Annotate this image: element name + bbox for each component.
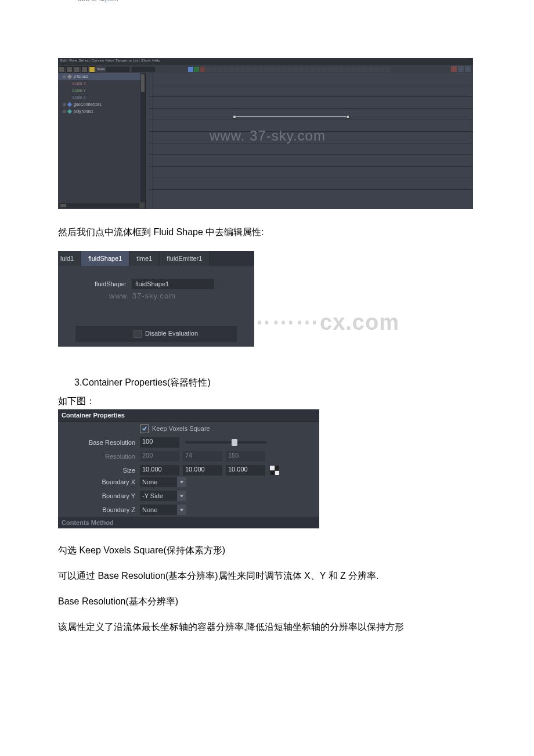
- outliner-item: ⊞ geoConnector1: [58, 101, 145, 108]
- boundary-y-dropdown: -Y Side: [140, 491, 186, 501]
- toolbar-btn-icon: [368, 67, 373, 72]
- field-label: Boundary Y: [63, 492, 140, 499]
- field-label: Boundary X: [63, 478, 140, 485]
- outliner-item: ⊞ polyTorus1: [58, 108, 145, 115]
- field-value: fluidShape1: [132, 279, 214, 289]
- body-text: 勾选 Keep Voxels Square(保持体素方形): [58, 543, 476, 557]
- toolbar-btn-icon: [293, 67, 298, 72]
- toolbar-right: [450, 66, 471, 72]
- toolbar-btn-icon: [322, 67, 327, 72]
- container-properties-panel: Container Properties Keep Voxels Square …: [58, 409, 319, 528]
- toolbar-btn-icon: [356, 67, 362, 72]
- toolbar-btn-icon: [217, 67, 222, 72]
- size-x-input: 10.000: [140, 465, 179, 476]
- toolbar-btn-icon: [458, 66, 464, 72]
- toolbar-btn-icon: [264, 67, 269, 72]
- toolbar-btn-icon: [205, 67, 211, 72]
- channel-item: Scale X: [58, 80, 145, 87]
- toolbar-btn-icon: [223, 67, 228, 72]
- watermark-text-fragment: cx.com: [320, 310, 399, 334]
- toolbar-btn-icon: [200, 67, 205, 72]
- body-text: 可以通过 Base Resolution(基本分辨率)属性来同时调节流体 X、Y…: [58, 569, 476, 583]
- stats-field-2: [132, 67, 155, 72]
- channel-item: Scale Y: [58, 87, 145, 94]
- gridline: [149, 96, 473, 97]
- slider-knob-icon: [232, 439, 237, 446]
- body-text: 如下图：: [58, 394, 476, 408]
- toolbar-btn-icon: [287, 67, 292, 72]
- boundary-y-row: Boundary Y -Y Side: [58, 489, 319, 503]
- field-label: Base Resolution: [63, 439, 140, 446]
- record-icon: [451, 66, 457, 72]
- svg-marker-0: [180, 481, 183, 483]
- gridline: [149, 178, 473, 178]
- page-watermark: ⋯⋯⋯cx.com: [248, 309, 399, 335]
- toolbar-btn-icon: [374, 67, 379, 72]
- toolbar-btn-icon: [211, 67, 217, 72]
- section-title: 3.Container Properties(容器特性): [58, 376, 476, 390]
- watermark-text: www. 37-sky.com: [210, 128, 326, 144]
- toolbar-btn-icon: [240, 67, 246, 72]
- node-label: polyTorus1: [74, 109, 93, 114]
- dropdown-value: -Y Side: [142, 492, 163, 499]
- dropdown-value: None: [142, 506, 157, 513]
- field-label: Boundary Z: [63, 506, 140, 513]
- base-resolution-input: 100: [140, 437, 179, 448]
- toolbar-btn-icon: [229, 67, 234, 72]
- toolbar-btn-icon: [362, 67, 367, 72]
- toolbar-btn-icon: [194, 67, 199, 72]
- toolbar-icon: [66, 66, 73, 73]
- menu-bar: Edit View Select Curves Keys Tangents Li…: [58, 58, 473, 65]
- checkbox-label: Keep Voxels Square: [152, 425, 210, 432]
- toolbar-btn-icon: [380, 67, 385, 72]
- toolbar-btn-icon: [298, 67, 304, 72]
- base-resolution-row: Base Resolution 100: [58, 435, 319, 449]
- svg-marker-1: [180, 495, 183, 497]
- stats-label: Stats: [97, 67, 105, 71]
- toolbar-btn-icon: [246, 67, 251, 72]
- base-resolution-slider: [185, 441, 266, 444]
- gridline: [149, 166, 473, 167]
- toolbar-btn-icon: [188, 67, 193, 72]
- y-axis: [153, 73, 153, 209]
- svg-marker-2: [180, 509, 183, 511]
- watermark-text: www. 37-sky.com: [78, 0, 118, 2]
- disable-evaluation-checkbox: [134, 330, 142, 338]
- toolbar-btn-icon: [258, 67, 263, 72]
- attribute-editor-screenshot: luid1 fluidShape1 time1 fluidEmitter1 fl…: [58, 251, 254, 347]
- resolution-row: Resolution 200 74 155: [58, 449, 319, 463]
- gridline: [149, 154, 473, 155]
- graph-view: www. 37-sky.com: [146, 73, 473, 209]
- check-icon: [142, 426, 147, 431]
- outliner-item: ⊟ pTorus1: [58, 73, 145, 80]
- resolution-z-input: 155: [226, 451, 265, 462]
- stats-field-1: [106, 67, 129, 72]
- gridline: [149, 85, 473, 85]
- outliner-panel: ⊟ pTorus1 Scale X Scale Y Scale Z ⊞ geoC…: [58, 73, 146, 209]
- node-icon: [67, 109, 72, 114]
- toolbar-btn-icon: [339, 67, 344, 72]
- body-text: Base Resolution(基本分辨率): [58, 595, 476, 609]
- chevron-down-icon: [177, 491, 186, 501]
- key-icon: [89, 66, 95, 73]
- node-label: geoConnector1: [74, 102, 102, 107]
- keep-voxels-row: Keep Voxels Square: [58, 422, 319, 435]
- size-row: Size 10.000 10.000 10.000: [58, 463, 319, 477]
- vertical-scrollbar: [140, 73, 145, 202]
- toolbar-btn-icon: [234, 67, 240, 72]
- node-icon: [67, 74, 72, 79]
- expand-icon: ⊞: [63, 102, 66, 107]
- tab-time1: time1: [129, 251, 160, 266]
- resolution-y-input: 74: [183, 451, 222, 462]
- tab-fluidshape1: fluidShape1: [81, 251, 129, 266]
- resolution-x-input: 200: [140, 451, 179, 462]
- node-label: pTorus1: [74, 74, 88, 80]
- toolbar-btn-icon: [345, 67, 350, 72]
- watermark-dots: ⋯⋯⋯: [248, 310, 320, 334]
- gridline: [149, 108, 473, 109]
- document-page: Edit View Select Curves Keys Tangents Li…: [0, 0, 534, 681]
- panel-subtitle: Contents Method: [58, 517, 319, 528]
- keep-voxels-checkbox: [140, 424, 149, 433]
- keyframe-icon: [346, 115, 349, 118]
- field-label: Size: [63, 467, 140, 474]
